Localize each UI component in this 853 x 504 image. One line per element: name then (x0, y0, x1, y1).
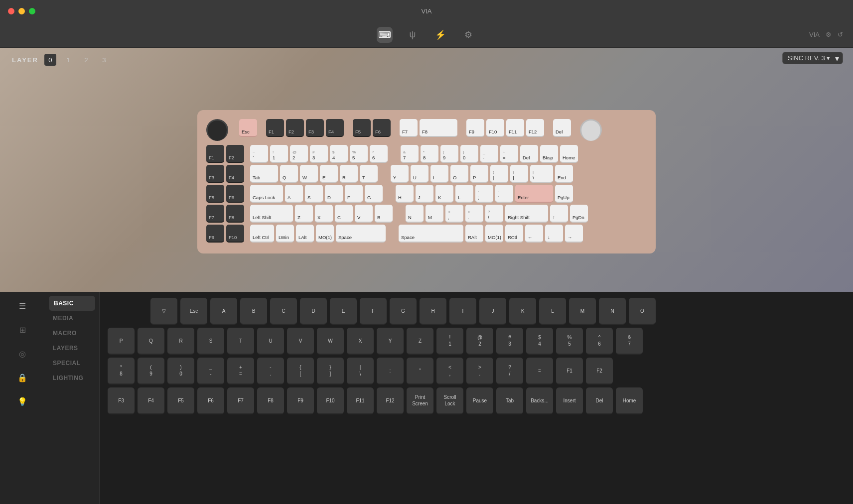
grid-key-e[interactable]: E (330, 298, 357, 325)
key-a[interactable]: A (285, 185, 303, 203)
key-t[interactable]: T (360, 165, 378, 183)
grid-key-dot[interactable]: -. (257, 358, 284, 384)
grid-key-y[interactable]: Y (377, 328, 404, 355)
key-f7-left[interactable]: F7 (206, 205, 224, 223)
grid-key-plus[interactable]: += (227, 358, 254, 384)
key-slash[interactable]: ?/ (485, 205, 503, 223)
grid-key-tab[interactable]: Tab (496, 387, 523, 414)
key-end[interactable]: End (555, 165, 573, 183)
grid-key-w[interactable]: W (317, 328, 344, 355)
grid-key-printscreen[interactable]: PrintScreen (407, 387, 433, 414)
layer-2-button[interactable]: 2 (80, 54, 92, 66)
key-left[interactable]: ← (525, 225, 543, 243)
key-f4-top[interactable]: F4 (326, 119, 344, 137)
key-f1-top[interactable]: F1 (266, 119, 284, 137)
layer-0-button[interactable]: 0 (44, 54, 56, 66)
key-n[interactable]: N (406, 205, 424, 223)
key-rbracket[interactable]: }] (510, 165, 528, 183)
grid-key-gt[interactable]: >. (466, 358, 493, 384)
toolbar-keyboard-icon[interactable]: ⌨ (377, 27, 393, 43)
key-4[interactable]: $4 (330, 145, 348, 163)
key-up[interactable]: ↑ (550, 205, 568, 223)
key-d[interactable]: D (325, 185, 343, 203)
grid-key-rparen[interactable]: )0 (167, 358, 194, 384)
key-rshift[interactable]: Right Shift (505, 205, 548, 223)
grid-key-lt[interactable]: <, (436, 358, 463, 384)
close-button[interactable] (8, 8, 14, 14)
grid-key-c[interactable]: C (270, 298, 297, 325)
grid-key-esc[interactable]: Esc (180, 298, 207, 325)
grid-key-f9-grid[interactable]: F9 (287, 387, 314, 414)
sidebar-icon-list[interactable]: ☰ (12, 296, 32, 316)
key-f7-top[interactable]: F7 (400, 119, 418, 137)
key-lwin[interactable]: LWin (276, 225, 294, 243)
grid-key-i[interactable]: I (449, 298, 476, 325)
key-mo1-right[interactable]: MO(1) (485, 225, 503, 243)
grid-key-at[interactable]: @2 (466, 328, 493, 355)
grid-key-f10-grid[interactable]: F10 (317, 387, 344, 414)
grid-key-f6-grid[interactable]: F6 (197, 387, 224, 414)
key-tilde[interactable]: ~` (250, 145, 268, 163)
grid-key-excl[interactable]: !1 (436, 328, 463, 355)
grid-key-lparen[interactable]: (9 (138, 358, 164, 384)
grid-key-f2-grid[interactable]: F2 (586, 358, 613, 384)
grid-key-star[interactable]: *8 (108, 358, 135, 384)
key-f9-left[interactable]: F9 (206, 225, 224, 243)
layer-3-button[interactable]: 3 (98, 54, 110, 66)
key-f11-top[interactable]: F11 (506, 119, 524, 137)
key-b[interactable]: B (375, 205, 393, 223)
key-6[interactable]: ^6 (370, 145, 388, 163)
grid-key-lbrace[interactable]: {[ (287, 358, 314, 384)
key-f12-top[interactable]: F12 (526, 119, 544, 137)
key-g[interactable]: G (365, 185, 383, 203)
key-f[interactable]: F (345, 185, 363, 203)
grid-key-home-grid[interactable]: Home (616, 387, 643, 414)
grid-key-r[interactable]: R (167, 328, 194, 355)
key-home[interactable]: Home (560, 145, 578, 163)
key-f2-top[interactable]: F2 (286, 119, 304, 137)
grid-key-hash[interactable]: #3 (496, 328, 523, 355)
grid-key-f11-grid[interactable]: F11 (347, 387, 374, 414)
key-5[interactable]: %5 (350, 145, 368, 163)
key-l[interactable]: L (455, 185, 473, 203)
key-lalt[interactable]: LAlt (296, 225, 314, 243)
toolbar-lightning-icon[interactable]: ⚡ (432, 27, 448, 43)
maximize-button[interactable] (29, 8, 35, 14)
grid-key-caret[interactable]: ^6 (586, 328, 613, 355)
key-7[interactable]: &7 (401, 145, 419, 163)
key-rctrl[interactable]: RCtl (505, 225, 523, 243)
key-f10-top[interactable]: F10 (486, 119, 504, 137)
key-del-top[interactable]: Del (553, 119, 571, 137)
key-knob-left[interactable] (206, 119, 228, 141)
grid-key-insert[interactable]: Insert (556, 387, 583, 414)
sidebar-icon-grid[interactable]: ⊞ (12, 320, 32, 340)
grid-key-dollar[interactable]: $4 (526, 328, 553, 355)
grid-key-m[interactable]: M (569, 298, 596, 325)
grid-key-dquote[interactable]: " (407, 358, 433, 384)
key-pgup[interactable]: PgUp (555, 185, 573, 203)
grid-key-eq[interactable]: = (526, 358, 553, 384)
grid-key-pause[interactable]: Pause (466, 387, 493, 414)
key-backslash[interactable]: |\ (530, 165, 553, 183)
grid-key-k[interactable]: K (509, 298, 536, 325)
key-f6-left[interactable]: F6 (226, 185, 244, 203)
grid-key-x[interactable]: X (347, 328, 374, 355)
key-y[interactable]: Y (391, 165, 409, 183)
grid-key-amp[interactable]: &7 (616, 328, 643, 355)
grid-key-f12-grid[interactable]: F12 (377, 387, 404, 414)
key-s[interactable]: S (305, 185, 323, 203)
key-tab[interactable]: Tab (250, 165, 278, 183)
grid-key-v[interactable]: V (287, 328, 314, 355)
key-right[interactable]: → (565, 225, 583, 243)
grid-key-question[interactable]: ?/ (496, 358, 523, 384)
key-f6-top[interactable]: F6 (373, 119, 391, 137)
grid-key-u[interactable]: U (257, 328, 284, 355)
grid-key-f[interactable]: F (360, 298, 387, 325)
key-v[interactable]: V (355, 205, 373, 223)
toolbar-settings-icon[interactable]: ⚙ (826, 31, 832, 38)
key-w[interactable]: W (300, 165, 318, 183)
category-layers[interactable]: LAYERS (45, 341, 99, 356)
key-equals[interactable]: += (500, 145, 518, 163)
key-9[interactable]: (9 (440, 145, 458, 163)
key-m[interactable]: M (426, 205, 443, 223)
